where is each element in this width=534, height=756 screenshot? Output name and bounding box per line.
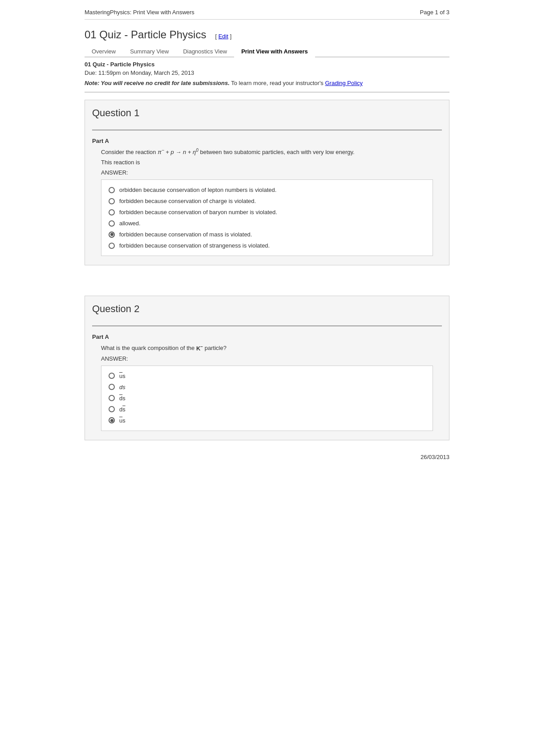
grading-policy-link[interactable]: Grading Policy xyxy=(325,80,363,86)
q1-part-a-question: Consider the reaction π− + p → n + η0 be… xyxy=(101,148,442,155)
note-bold: Note: You will receive no credit for lat… xyxy=(85,80,230,86)
q1-radio-1[interactable] xyxy=(109,187,115,193)
q1-option-3[interactable]: forbidden because conservation of baryon… xyxy=(109,207,425,218)
q1-option-4[interactable]: allowed. xyxy=(109,218,425,229)
q1-option-1-text: orbidden because conservation of lepton … xyxy=(119,187,276,193)
footer-date: 26/03/2013 xyxy=(421,454,449,460)
nav-tabs: Overview Summary View Diagnostics View P… xyxy=(85,46,449,57)
q1-answer-box: orbidden because conservation of lepton … xyxy=(101,179,433,256)
q1-option-2-text: forbidden because conservation of charge… xyxy=(119,198,256,204)
q2-option-5-text: us xyxy=(119,417,125,424)
tab-diagnostics-view[interactable]: Diagnostics View xyxy=(176,46,234,57)
edit-link[interactable]: Edit xyxy=(218,33,228,40)
q2-option-4-text: ds xyxy=(119,406,125,413)
q2-radio-5[interactable] xyxy=(109,417,115,423)
note-text: Note: You will receive no credit for lat… xyxy=(85,80,449,93)
q2-radio-3[interactable] xyxy=(109,395,115,401)
due-date: Due: 11:59pm on Monday, March 25, 2013 xyxy=(85,69,449,76)
q2-option-3-text: ds xyxy=(119,395,125,402)
question-2-box: Question 2 Part A What is the quark comp… xyxy=(85,296,449,440)
q2-radio-2[interactable] xyxy=(109,384,115,390)
q1-radio-5[interactable] xyxy=(109,232,115,238)
q2-radio-1[interactable] xyxy=(109,373,115,379)
q1-radio-2[interactable] xyxy=(109,198,115,204)
q2-option-2[interactable]: ds xyxy=(109,382,425,393)
q1-option-2[interactable]: forbidden because conservation of charge… xyxy=(109,195,425,207)
q2-option-5[interactable]: us xyxy=(109,415,425,426)
q1-option-5-text: forbidden because conservation of mass i… xyxy=(119,231,252,238)
q1-option-6-text: forbidden because conservation of strang… xyxy=(119,242,270,249)
breadcrumb: 01 Quiz - Particle Physics xyxy=(85,61,449,68)
q2-part-a-label: Part A xyxy=(92,333,442,340)
q1-option-3-text: forbidden because conservation of baryon… xyxy=(119,209,277,215)
quiz-title: 01 Quiz - Particle Physics [ Edit ] xyxy=(85,28,449,41)
q2-radio-4[interactable] xyxy=(109,406,115,412)
tab-overview[interactable]: Overview xyxy=(85,46,123,57)
q1-option-4-text: allowed. xyxy=(119,220,141,227)
q1-part-a-label: Part A xyxy=(92,138,442,144)
question-1-box: Question 1 Part A Consider the reaction … xyxy=(85,100,449,265)
page-number: Page 1 of 3 xyxy=(420,9,450,16)
question-2-title: Question 2 xyxy=(92,303,442,315)
q1-answer-label: ANSWER: xyxy=(101,169,442,176)
q1-option-1[interactable]: orbidden because conservation of lepton … xyxy=(109,184,425,195)
q2-option-1[interactable]: us xyxy=(109,370,425,382)
tab-print-view[interactable]: Print View with Answers xyxy=(234,46,315,57)
q2-option-1-text: us xyxy=(119,373,125,379)
q2-option-3[interactable]: ds xyxy=(109,393,425,404)
q2-option-2-text: ds xyxy=(119,384,125,390)
q2-answer-box: us ds ds ds us xyxy=(101,366,433,431)
q2-option-4[interactable]: ds xyxy=(109,404,425,415)
note-rest: To learn more, read your instructor's xyxy=(230,80,325,86)
q1-radio-4[interactable] xyxy=(109,220,115,227)
q1-option-5[interactable]: forbidden because conservation of mass i… xyxy=(109,229,425,240)
q1-radio-3[interactable] xyxy=(109,209,115,215)
q1-option-6[interactable]: forbidden because conservation of strang… xyxy=(109,240,425,251)
q1-radio-6[interactable] xyxy=(109,243,115,249)
q1-part-a-question2: This reaction is xyxy=(101,159,442,166)
q2-answer-label: ANSWER: xyxy=(101,355,442,362)
divider-q1 xyxy=(92,130,442,130)
q2-part-a-question: What is the quark composition of the K− … xyxy=(101,344,442,351)
footer: 26/03/2013 xyxy=(85,454,449,460)
divider-q2 xyxy=(92,325,442,326)
question-1-title: Question 1 xyxy=(92,107,442,119)
tab-summary-view[interactable]: Summary View xyxy=(123,46,176,57)
browser-title: MasteringPhysics: Print View with Answer… xyxy=(85,9,194,16)
